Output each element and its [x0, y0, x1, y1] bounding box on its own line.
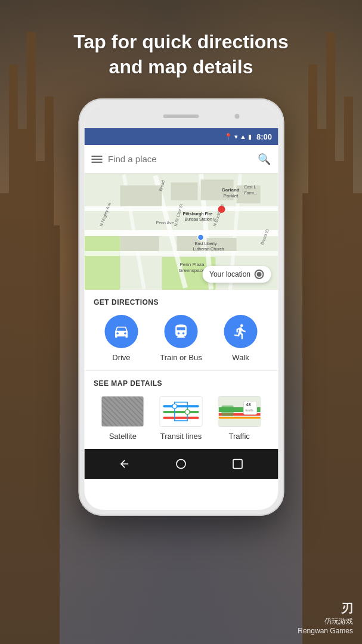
- svg-rect-11: [171, 182, 197, 200]
- svg-point-27: [218, 206, 225, 213]
- svg-text:Pittsburgh Fire: Pittsburgh Fire: [182, 212, 212, 216]
- wifi-icon: ▾: [234, 133, 238, 141]
- svg-rect-45: [218, 417, 261, 419]
- svg-rect-37: [163, 411, 199, 413]
- svg-point-32: [197, 234, 203, 240]
- status-icons: 📍 ▾ ▲ ▮: [224, 133, 252, 141]
- location-icon: 📍: [224, 133, 233, 141]
- transit-thumbnail: [159, 396, 202, 427]
- hamburger-menu-icon[interactable]: [91, 156, 102, 163]
- watermark-logo: 刃: [298, 600, 353, 617]
- train-bus-label: Train or Bus: [160, 353, 202, 362]
- map-detail-items: Satellite: [94, 396, 268, 441]
- building-silhouette-right: [302, 0, 362, 644]
- phone-speaker: [163, 114, 199, 118]
- svg-text:km/h: km/h: [245, 408, 253, 412]
- recents-button[interactable]: [226, 452, 250, 476]
- walk-label: Walk: [232, 353, 249, 362]
- navigation-bar: [84, 449, 278, 479]
- watermark-line1: 仍玩游戏: [298, 617, 353, 627]
- transit-lines-button[interactable]: Transit lines: [159, 396, 202, 441]
- svg-text:Greenspace: Greenspace: [178, 268, 205, 273]
- phone-screen: 📍 ▾ ▲ ▮ 8:00 🔍: [84, 104, 278, 510]
- svg-rect-49: [221, 405, 233, 416]
- walk-button[interactable]: Walk: [224, 315, 258, 362]
- phone-top-bar: [84, 104, 278, 128]
- svg-text:East Liberty: East Liberty: [194, 242, 216, 246]
- phone-camera: [234, 114, 239, 119]
- svg-rect-10: [120, 185, 162, 206]
- svg-text:Parklet: Parklet: [223, 193, 239, 199]
- status-time: 8:00: [256, 132, 272, 141]
- back-button[interactable]: [113, 452, 137, 476]
- drive-icon: [104, 315, 138, 348]
- search-input[interactable]: [108, 154, 252, 164]
- get-directions-panel: GET DIRECTIONS Drive: [84, 290, 278, 371]
- traffic-thumbnail: 48 km/h: [218, 396, 261, 427]
- map-details-title: SEE MAP DETAILS: [94, 379, 268, 388]
- svg-point-40: [172, 404, 177, 408]
- svg-text:Bureau Station 8: Bureau Station 8: [184, 217, 215, 221]
- svg-text:Penn Ave: Penn Ave: [156, 221, 174, 225]
- train-bus-button[interactable]: Train or Bus: [160, 315, 202, 362]
- svg-rect-51: [233, 460, 242, 469]
- svg-rect-5: [84, 251, 278, 256]
- svg-text:48: 48: [246, 402, 250, 407]
- svg-text:Garland: Garland: [221, 187, 239, 193]
- svg-rect-3: [84, 230, 278, 236]
- status-bar: 📍 ▾ ▲ ▮ 8:00: [84, 128, 278, 145]
- traffic-button[interactable]: 48 km/h Traffic: [218, 396, 261, 441]
- your-location-button[interactable]: Your location: [202, 266, 271, 283]
- watermark: 刃 仍玩游戏 Rengwan Games: [298, 600, 353, 635]
- signal-icon: ▲: [240, 133, 246, 140]
- battery-icon: ▮: [248, 133, 252, 141]
- svg-text:Penn Plaza: Penn Plaza: [180, 262, 204, 267]
- drive-button[interactable]: Drive: [104, 315, 138, 362]
- building-silhouette-left: [0, 0, 60, 644]
- svg-point-41: [185, 410, 190, 414]
- drive-label: Drive: [112, 353, 130, 362]
- svg-rect-38: [163, 417, 199, 419]
- search-icon[interactable]: 🔍: [258, 153, 271, 166]
- satellite-label: Satellite: [109, 432, 137, 441]
- walk-icon: [224, 315, 258, 348]
- direction-buttons-container: Drive Train or Bus: [94, 315, 268, 362]
- phone-frame: 📍 ▾ ▲ ▮ 8:00 🔍: [78, 98, 284, 516]
- train-bus-icon: [164, 315, 197, 348]
- svg-rect-2: [84, 233, 120, 290]
- map-details-panel: SEE MAP DETAILS Satellite: [84, 371, 278, 449]
- map-view[interactable]: N Negley Ave Penn Ave Broad St N Euclid …: [84, 174, 278, 290]
- satellite-thumbnail: [101, 396, 144, 427]
- search-bar: 🔍: [84, 145, 278, 174]
- watermark-line2: Rengwan Games: [298, 627, 353, 635]
- satellite-button[interactable]: Satellite: [101, 396, 144, 441]
- page-title: Tap for quick directions and map details: [0, 30, 362, 79]
- svg-point-50: [177, 460, 185, 469]
- your-location-label: Your location: [209, 270, 250, 278]
- svg-rect-36: [163, 405, 199, 407]
- home-button[interactable]: [169, 452, 193, 476]
- transit-label: Transit lines: [160, 432, 202, 441]
- directions-panel-title: GET DIRECTIONS: [94, 298, 268, 306]
- location-target-icon: [254, 270, 264, 279]
- traffic-label: Traffic: [228, 432, 249, 441]
- svg-text:East L: East L: [244, 185, 256, 189]
- svg-rect-14: [120, 236, 159, 251]
- svg-text:Farm...: Farm...: [244, 191, 257, 195]
- svg-text:Lutheran Church: Lutheran Church: [193, 247, 224, 251]
